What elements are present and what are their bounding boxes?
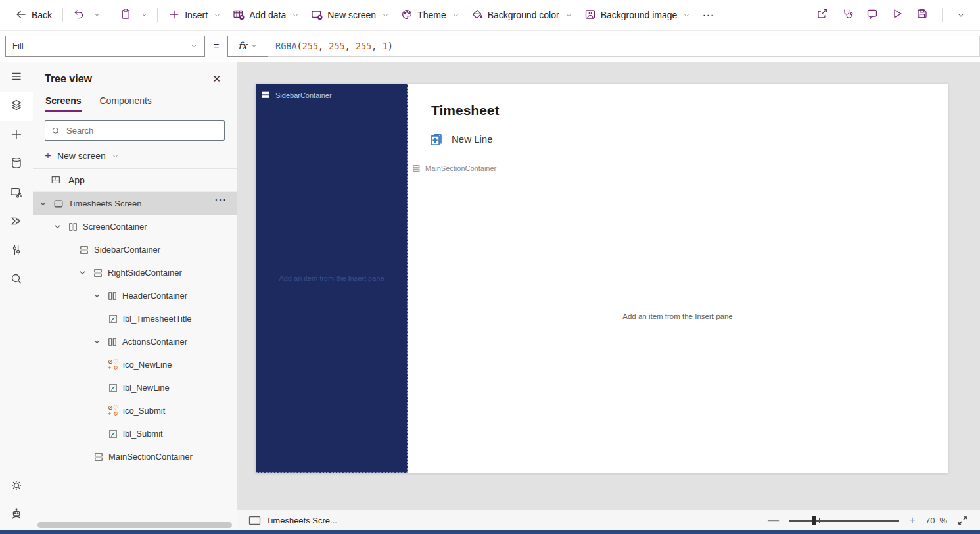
preview-play-button[interactable] xyxy=(885,4,910,26)
paste-button[interactable] xyxy=(115,4,136,26)
new-screen-label: New screen xyxy=(327,10,376,20)
background-image-button[interactable]: Background image xyxy=(578,5,697,26)
tree-item-lbl-submit[interactable]: lbl_Submit xyxy=(33,422,237,445)
rail-item-settings[interactable] xyxy=(0,472,33,501)
background-color-button[interactable]: Background color xyxy=(465,5,578,26)
rail-item-data[interactable] xyxy=(0,150,33,179)
zoom-slider-handle[interactable] xyxy=(812,516,816,525)
tree-item-actionscontainer[interactable]: ActionsContainer xyxy=(33,330,237,353)
tree-item-label: lbl_TimesheetTitle xyxy=(123,314,192,324)
rail-item-search[interactable] xyxy=(0,266,33,295)
rail-item-tree-view[interactable] xyxy=(0,92,33,121)
zoom-out-button[interactable]: — xyxy=(768,514,779,527)
expand-chevron-icon[interactable] xyxy=(39,200,53,207)
search-icon xyxy=(51,126,60,135)
tree-item-ico-newline[interactable]: ⊘♡+↻ico_NewLine xyxy=(33,353,237,376)
theme-button[interactable]: Theme xyxy=(395,5,465,26)
rail-item-media[interactable] xyxy=(0,179,33,208)
publish-dropdown-button[interactable] xyxy=(950,7,972,24)
main-placeholder-text: Add an item from the Insert pane xyxy=(408,312,948,320)
tab-screens[interactable]: Screens xyxy=(45,92,82,112)
paste-dropdown-button[interactable] xyxy=(136,5,152,25)
more-options-button[interactable]: ··· xyxy=(215,195,227,205)
formula-token: ) xyxy=(388,41,393,51)
search-input[interactable]: Search xyxy=(45,120,225,141)
icon-control-icon: ⊘♡+↻ xyxy=(108,359,123,371)
panel-tabs: ScreensComponents xyxy=(33,92,237,112)
tree-item-ico-submit[interactable]: ⊘♡+↻ico_Submit xyxy=(33,399,237,422)
new-screen-button[interactable]: New screen xyxy=(305,5,395,26)
back-label: Back xyxy=(32,10,52,20)
toolbar-left: Back InsertAdd dataNew screenThemeBackgr… xyxy=(9,4,810,26)
undo-button[interactable] xyxy=(68,4,89,26)
tree-item-label: MainSectionContainer xyxy=(108,452,193,462)
rail-item-power-automate[interactable] xyxy=(0,208,33,237)
tree-item-lbl-newline[interactable]: lbl_NewLine xyxy=(33,376,237,399)
toolbar-divider xyxy=(62,8,63,22)
tree-item-rightsidecontainer[interactable]: RightSideContainer xyxy=(33,261,237,284)
tree-item-mainsectioncontainer[interactable]: MainSectionContainer xyxy=(33,445,237,468)
horizontal-scrollbar[interactable] xyxy=(37,522,232,528)
property-selected-value: Fill xyxy=(12,41,24,51)
property-selector[interactable]: Fill xyxy=(5,36,205,57)
fx-dropdown[interactable]: fx xyxy=(227,36,268,57)
sidebar-container-chip[interactable]: SidebarContainer xyxy=(261,90,332,100)
rail-item-copilot[interactable] xyxy=(0,501,33,530)
rail-item-insert[interactable] xyxy=(0,121,33,150)
formula-input[interactable]: RGBA(255, 255, 255, 1) xyxy=(268,36,980,57)
add-data-button[interactable]: Add data xyxy=(227,5,305,26)
close-panel-button[interactable]: ✕ xyxy=(208,72,225,86)
tree-item-timesheets-screen[interactable]: Timesheets Screen··· xyxy=(33,192,237,215)
fit-to-window-icon[interactable] xyxy=(957,515,968,526)
tree-item-app[interactable]: App xyxy=(33,169,237,192)
rail-item-menu[interactable] xyxy=(0,63,33,92)
sidebar-container-control[interactable]: SidebarContainer Add an item from the In… xyxy=(256,84,408,473)
chevron-down-icon xyxy=(452,12,459,19)
chevron-down-icon xyxy=(214,12,221,19)
expand-chevron-icon[interactable] xyxy=(79,269,93,276)
screen-selector[interactable]: Timesheets Scre... xyxy=(248,516,337,525)
power-automate-icon xyxy=(10,214,23,230)
tree-view-panel: Tree view ✕ ScreensComponents Search + N… xyxy=(33,62,237,530)
main-section-container-chip[interactable]: MainSectionContainer xyxy=(412,164,496,173)
tree-item-lbl-timesheettitle[interactable]: lbl_TimesheetTitle xyxy=(33,307,237,330)
app-icon xyxy=(51,175,61,185)
zoom-slider[interactable] xyxy=(789,516,899,525)
undo-dropdown-button[interactable] xyxy=(89,5,105,25)
formula-token: 255 xyxy=(356,41,371,51)
tree-item-screencontainer[interactable]: ScreenContainer xyxy=(33,215,237,238)
share-button[interactable] xyxy=(810,4,835,26)
tree-item-label: Timesheets Screen xyxy=(68,199,142,208)
new-screen-button[interactable]: + New screen xyxy=(33,144,237,169)
chevron-down-icon xyxy=(190,42,198,50)
chevron-down-icon xyxy=(382,12,389,19)
formula-token: , xyxy=(318,41,329,51)
back-button[interactable]: Back xyxy=(9,5,58,26)
toolbar-main-items: InsertAdd dataNew screenThemeBackground … xyxy=(162,5,696,26)
tree-item-headercontainer[interactable]: HeaderContainer xyxy=(33,284,237,307)
media-icon xyxy=(10,185,23,201)
app-checker-button[interactable] xyxy=(835,4,860,26)
new-line-action[interactable]: New Line xyxy=(429,132,493,147)
more-commands-button[interactable]: ··· xyxy=(696,10,721,21)
expand-chevron-icon[interactable] xyxy=(93,338,107,345)
rail-item-variables[interactable] xyxy=(0,237,33,266)
zoom-in-button[interactable]: + xyxy=(909,514,916,527)
insert-button[interactable]: Insert xyxy=(162,5,227,26)
right-side-container-control[interactable]: Timesheet New Line MainSectionContainer xyxy=(408,84,948,473)
app-canvas[interactable]: SidebarContainer Add an item from the In… xyxy=(256,84,948,473)
chevron-down-icon xyxy=(565,12,572,19)
new-screen-icon xyxy=(311,9,323,22)
tree-item-sidebarcontainer[interactable]: SidebarContainer xyxy=(33,238,237,261)
tree-item-label: ico_Submit xyxy=(123,406,165,416)
tab-components[interactable]: Components xyxy=(99,92,152,112)
expand-chevron-icon[interactable] xyxy=(54,223,68,230)
save-button[interactable] xyxy=(910,4,935,26)
expand-chevron-icon[interactable] xyxy=(93,292,107,299)
comments-button[interactable] xyxy=(860,4,885,26)
back-arrow-icon xyxy=(15,9,27,22)
timesheet-title-label[interactable]: Timesheet xyxy=(431,103,500,118)
sidebar-placeholder-text: Add an item from the Insert pane xyxy=(256,274,407,282)
toolbar-divider xyxy=(942,8,943,22)
chevron-down-icon xyxy=(250,42,258,49)
